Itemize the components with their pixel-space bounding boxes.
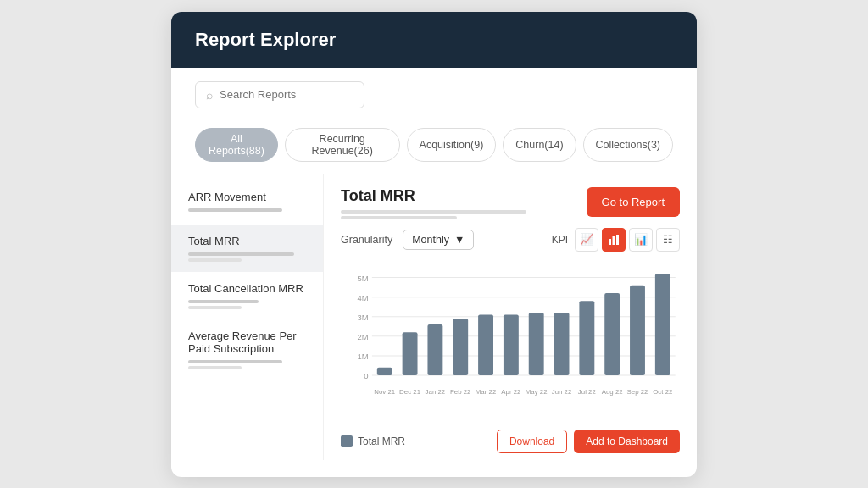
svg-rect-35 (630, 285, 645, 374)
bar-chart-icon (608, 234, 620, 246)
app-title: Report Explorer (195, 29, 336, 50)
svg-text:Feb 22: Feb 22 (450, 388, 471, 396)
search-box[interactable]: ⌕ (195, 81, 364, 108)
svg-rect-33 (604, 293, 620, 375)
svg-rect-29 (554, 313, 570, 375)
granularity-label: Granularity (341, 234, 392, 246)
sidebar-item-2[interactable]: Total Cancellation MRR (171, 272, 323, 319)
svg-text:4M: 4M (357, 293, 368, 302)
svg-rect-23 (478, 314, 493, 375)
area-chart-button[interactable]: 📊 (629, 228, 653, 252)
legend-color-box (341, 435, 353, 447)
sidebar-item-title-2: Total Cancellation MRR (188, 282, 306, 295)
sidebar-bar-2-3 (188, 366, 242, 369)
chevron-down-icon: ▼ (454, 234, 465, 246)
header: Report Explorer (171, 12, 697, 68)
filter-tab-4[interactable]: Collections(3) (583, 128, 673, 162)
sidebar-bar-1-1 (188, 252, 294, 256)
sidebar-bar-1-3 (188, 360, 282, 363)
svg-text:May 22: May 22 (526, 388, 548, 396)
main-card: Report Explorer ⌕ All Reports(88)Recurri… (171, 12, 697, 477)
svg-rect-2 (616, 235, 619, 245)
svg-rect-27 (529, 313, 544, 375)
chart-type-buttons: KPI 📈 📊 ☷ (552, 228, 680, 252)
svg-text:Jan 22: Jan 22 (426, 388, 446, 396)
filter-tabs: All Reports(88)Recurring Revenue(26)Acqu… (171, 119, 697, 174)
search-area: ⌕ (171, 68, 697, 119)
bar-chart-button[interactable] (602, 228, 626, 252)
sidebar: ARR MovementTotal MRRTotal Cancellation … (171, 174, 324, 460)
svg-text:3M: 3M (357, 313, 368, 321)
sidebar-item-1[interactable]: Total MRR (171, 225, 323, 272)
content-area: Total MRR Go to Report Granularity Month… (324, 174, 697, 460)
svg-text:1M: 1M (357, 352, 368, 361)
sidebar-item-title-1: Total MRR (188, 235, 306, 247)
kpi-label: KPI (552, 234, 568, 246)
sidebar-bar-1-0 (188, 208, 282, 212)
legend-label: Total MRR (358, 435, 405, 447)
svg-rect-15 (377, 367, 392, 374)
svg-rect-0 (609, 239, 611, 245)
search-input[interactable] (220, 88, 353, 101)
chart-container: 5M4M3M2M1M0Nov 21Dec 21Jan 22Feb 22Mar 2… (341, 263, 680, 416)
granularity-row: Granularity Monthly ▼ KPI 📈 � (341, 228, 680, 252)
svg-text:0: 0 (364, 372, 368, 380)
filter-tab-3[interactable]: Churn(14) (503, 128, 576, 162)
footer-buttons: Download Add to Dashboard (497, 430, 680, 453)
svg-text:Nov 21: Nov 21 (374, 388, 395, 396)
content-header: Total MRR Go to Report (341, 187, 680, 219)
granularity-value: Monthly (412, 234, 449, 246)
svg-text:5M: 5M (357, 274, 368, 282)
table-button[interactable]: ☷ (656, 228, 680, 252)
filter-tab-2[interactable]: Acquisition(9) (407, 128, 497, 162)
svg-text:Sep 22: Sep 22 (627, 388, 648, 396)
svg-rect-19 (427, 324, 442, 374)
sidebar-bar-2-1 (188, 258, 242, 262)
chart-svg: 5M4M3M2M1M0Nov 21Dec 21Jan 22Feb 22Mar 2… (341, 263, 680, 416)
main-body: ARR MovementTotal MRRTotal Cancellation … (171, 174, 697, 477)
chart-legend: Total MRR (341, 435, 405, 447)
svg-text:Apr 22: Apr 22 (501, 388, 520, 396)
svg-text:Dec 21: Dec 21 (399, 388, 420, 396)
sidebar-bar-1-2 (188, 300, 259, 303)
line-chart-button[interactable]: 📈 (575, 228, 598, 252)
svg-text:Mar 22: Mar 22 (476, 388, 497, 396)
svg-text:Oct 22: Oct 22 (653, 388, 672, 396)
svg-text:Aug 22: Aug 22 (602, 388, 623, 396)
sidebar-bar-2-2 (188, 306, 242, 309)
sidebar-item-0[interactable]: ARR Movement (171, 180, 323, 225)
sidebar-item-title-3: Average Revenue Per Paid Subscription (188, 330, 306, 355)
content-title-area: Total MRR (341, 187, 573, 219)
chart-footer: Total MRR Download Add to Dashboard (341, 426, 680, 453)
go-to-report-button[interactable]: Go to Report (587, 187, 680, 217)
sidebar-item-3[interactable]: Average Revenue Per Paid Subscription (171, 319, 323, 380)
svg-rect-25 (504, 314, 519, 375)
svg-rect-37 (655, 273, 670, 374)
granularity-select[interactable]: Monthly ▼ (403, 230, 474, 250)
svg-rect-31 (579, 301, 594, 375)
svg-rect-21 (453, 319, 468, 375)
title-bar-2 (341, 216, 457, 219)
filter-tab-0[interactable]: All Reports(88) (195, 128, 278, 162)
search-icon: ⌕ (206, 88, 213, 102)
content-title: Total MRR (341, 187, 573, 205)
sidebar-item-title-0: ARR Movement (188, 191, 306, 203)
svg-text:Jul 22: Jul 22 (578, 388, 596, 396)
title-bar-1 (341, 210, 526, 214)
filter-tab-1[interactable]: Recurring Revenue(26) (285, 128, 400, 162)
svg-text:Jun 22: Jun 22 (552, 388, 572, 396)
svg-rect-1 (613, 236, 615, 245)
download-button[interactable]: Download (497, 430, 567, 453)
svg-text:2M: 2M (357, 333, 368, 341)
svg-rect-17 (403, 332, 418, 375)
add-dashboard-button[interactable]: Add to Dashboard (574, 430, 680, 453)
title-bars (341, 210, 573, 219)
